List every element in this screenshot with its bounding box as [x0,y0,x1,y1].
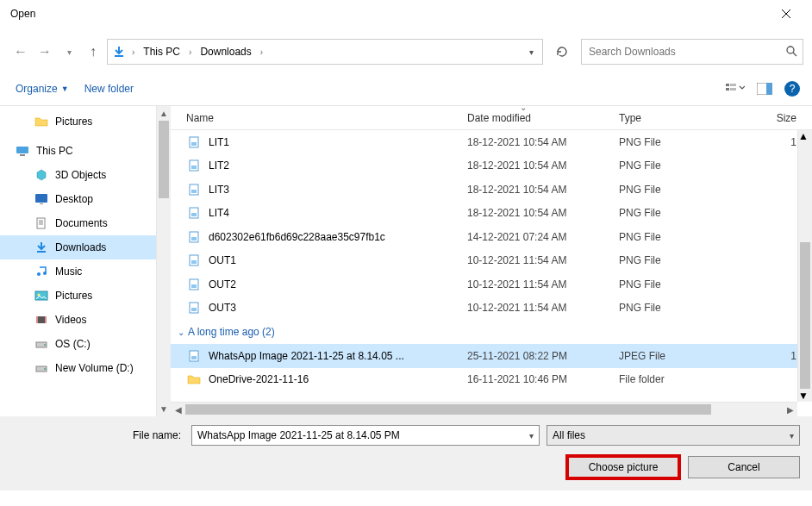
file-date: 10-12-2021 11:54 AM [467,278,619,290]
tree-item-label: Pictures [55,116,92,128]
breadcrumb-folder[interactable]: Downloads [197,46,254,58]
column-size[interactable]: Size [753,112,796,124]
address-bar[interactable]: › This PC › Downloads › ▾ [107,39,543,65]
svg-rect-26 [191,142,197,146]
tree-item-desktop[interactable]: Desktop [0,187,156,211]
address-dropdown[interactable]: ▾ [526,47,537,57]
organize-menu[interactable]: Organize ▼ [16,83,69,95]
scroll-right-arrow[interactable]: ▶ [783,403,797,417]
chevron-down-icon[interactable]: ▾ [523,431,539,440]
folder-icon [186,372,202,387]
file-type: PNG File [619,302,753,314]
svg-point-1 [787,47,794,53]
scroll-down-arrow[interactable]: ▼ [157,402,171,416]
tree-item-3d-objects[interactable]: 3D Objects [0,163,156,187]
svg-rect-0 [115,55,123,57]
png-icon [186,253,202,268]
scroll-up-arrow[interactable]: ▲ [157,106,171,121]
chevron-down-icon: ▾ [790,431,794,440]
scroll-left-arrow[interactable]: ◀ [171,403,185,417]
tree-item-music[interactable]: Music [0,259,156,284]
new-folder-button[interactable]: New folder [84,83,134,95]
file-row[interactable]: LIT118-12-2021 10:54 AMPNG File1 [171,130,812,154]
file-name: OneDrive-2021-11-16 [209,373,467,385]
view-options-button[interactable] [726,79,745,98]
column-headers[interactable]: ⌄ Name Date modified Type Size [171,106,812,130]
tree-item-os-c-[interactable]: OS (C:) [0,332,156,356]
column-date[interactable]: Date modified [467,112,619,124]
file-type: PNG File [619,136,753,148]
scroll-down-arrow[interactable]: ▼ [798,390,812,402]
back-button[interactable]: ← [10,41,31,62]
chevron-right-icon: › [259,47,265,57]
content-scrollbar-h[interactable]: ◀ ▶ [171,402,797,416]
tree-item-downloads[interactable]: Downloads [0,235,156,259]
tree-item-pictures[interactable]: Pictures [0,109,156,134]
scroll-thumb[interactable] [800,242,810,389]
svg-rect-2 [726,84,729,86]
titlebar: Open [0,0,812,28]
filename-label: File name: [12,429,184,441]
search-input[interactable] [587,45,785,59]
scroll-thumb[interactable] [159,121,169,198]
filename-combobox[interactable]: ▾ [191,425,540,446]
nav-scrollbar[interactable]: ▲ ▼ [156,106,171,416]
png-icon [186,277,202,292]
breadcrumb-root[interactable]: This PC [140,46,184,58]
help-button[interactable]: ? [784,81,800,97]
svg-rect-8 [16,147,28,153]
choose-picture-button[interactable]: Choose picture [567,456,679,478]
videos-icon [34,313,48,327]
file-row[interactable]: LIT418-12-2021 10:54 AMPNG File [171,202,812,226]
file-date: 10-12-2021 11:54 AM [467,302,619,314]
tree-item-new-volume-d-[interactable]: New Volume (D:) [0,356,156,380]
file-row[interactable]: OUT310-12-2021 11:54 AMPNG File [171,297,812,321]
svg-rect-7 [766,83,772,95]
file-name: LIT1 [209,136,467,148]
svg-point-22 [44,344,46,346]
file-row[interactable]: LIT218-12-2021 10:54 AMPNG File [171,154,812,178]
recent-locations-button[interactable]: ▾ [59,41,79,62]
file-size: 1 [753,136,796,148]
png-icon [186,205,202,221]
file-row[interactable]: d602302e61fb6d69c228aae35c97fb1c14-12-20… [171,225,812,249]
png-icon [186,229,202,245]
file-row[interactable]: WhatsApp Image 2021-11-25 at 8.14.05 ...… [171,344,812,368]
scroll-up-arrow[interactable]: ▲ [798,130,812,142]
tree-item-label: New Volume (D:) [55,362,134,374]
svg-rect-12 [37,218,45,228]
preview-pane-button[interactable] [755,79,774,98]
file-date: 16-11-2021 10:46 PM [467,373,619,385]
tree-item-videos[interactable]: Videos [0,308,156,332]
file-row[interactable]: OneDrive-2021-11-1616-11-2021 10:46 PMFi… [171,368,812,392]
forward-button[interactable]: → [34,41,55,62]
group-label: A long time ago (2) [188,326,275,338]
downloads-icon [111,44,127,59]
svg-point-15 [43,272,47,275]
content-scrollbar-v[interactable]: ▲ ▼ [797,130,812,402]
tree-item-label: Videos [55,314,86,326]
scroll-thumb[interactable] [185,404,711,415]
file-row[interactable]: OUT110-12-2021 11:54 AMPNG File [171,249,812,273]
column-type[interactable]: Type [619,112,753,124]
tree-item-documents[interactable]: Documents [0,211,156,235]
cancel-label: Cancel [728,461,759,473]
search-box[interactable] [581,39,803,65]
chevron-right-icon: › [130,47,136,57]
svg-rect-38 [191,284,197,288]
filename-input[interactable] [192,429,523,441]
file-row[interactable]: LIT318-12-2021 10:54 AMPNG File [171,178,812,202]
file-filter-select[interactable]: All files ▾ [547,425,800,446]
up-button[interactable]: ↑ [83,41,103,62]
tree-item-pictures[interactable]: Pictures [0,284,156,308]
file-row[interactable]: OUT210-12-2021 11:54 AMPNG File [171,272,812,297]
refresh-button[interactable] [547,39,578,65]
close-button[interactable] [769,2,803,26]
tree-item-this-pc[interactable]: This PC [0,139,156,163]
svg-rect-32 [191,213,197,216]
cancel-button[interactable]: Cancel [688,456,800,478]
group-header[interactable]: ⌄A long time ago (2) [171,320,812,344]
column-name[interactable]: Name [186,112,467,124]
file-name: LIT2 [209,159,467,172]
svg-rect-36 [191,260,197,264]
